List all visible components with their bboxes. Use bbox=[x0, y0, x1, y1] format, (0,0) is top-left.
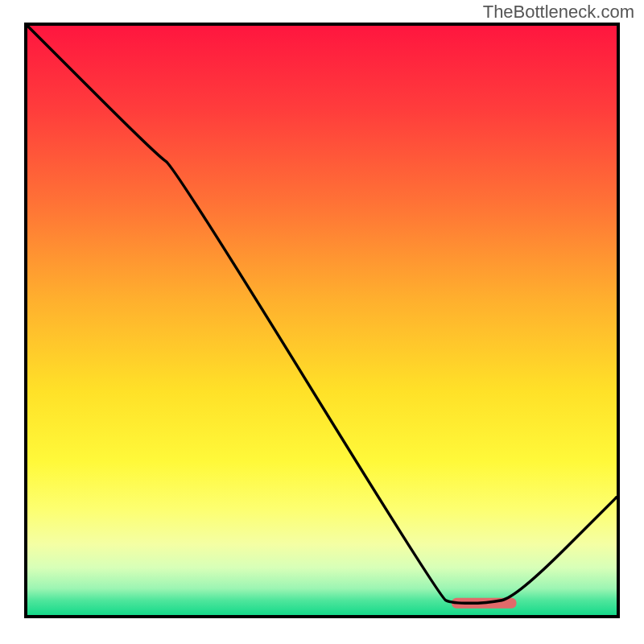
chart-frame bbox=[24, 23, 620, 618]
watermark-text: TheBottleneck.com bbox=[483, 2, 634, 23]
chart-plot bbox=[27, 26, 617, 615]
